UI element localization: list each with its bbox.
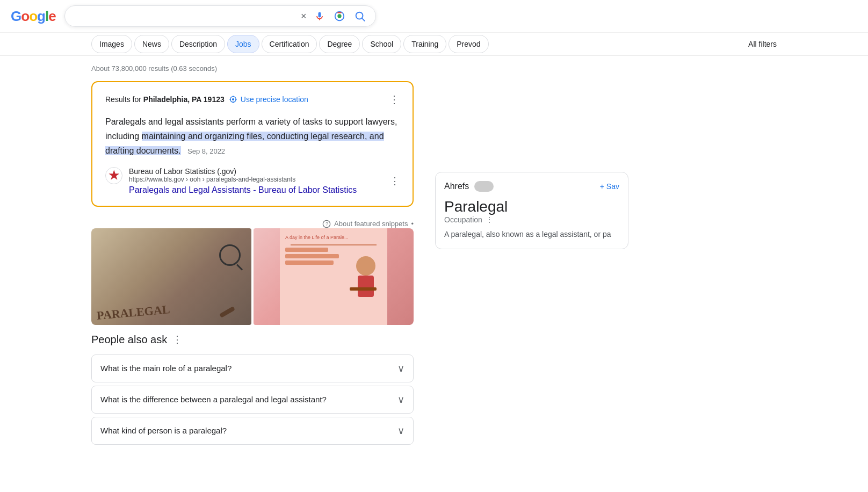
svg-rect-19 [358, 276, 374, 297]
tab-prevod[interactable]: Prevod [449, 35, 488, 53]
book-text-overlay: PARALEGAL [96, 302, 170, 323]
paa-chevron-2-icon: ∨ [397, 394, 404, 406]
all-filters-button[interactable]: All filters [748, 40, 777, 48]
snippet-text: Paralegals and legal assistants perform … [105, 114, 400, 158]
header: Google paralegal × [0, 0, 868, 33]
image-search-button[interactable] [332, 9, 346, 23]
source-more-options[interactable]: ⋮ [390, 175, 400, 187]
microphone-icon [314, 11, 325, 21]
magnify-icon [219, 244, 241, 266]
paa-question-2[interactable]: What is the difference between a paraleg… [91, 386, 414, 414]
source-name: Bureau of Labor Statistics (.gov) [129, 167, 384, 176]
precise-location-label: Use precise location [241, 95, 308, 104]
right-column: Ahrefs + Sav Paralegal Occupation ⋮ A pa… [435, 64, 628, 448]
ahrefs-panel: Ahrefs + Sav Paralegal Occupation ⋮ A pa… [435, 172, 628, 249]
search-icon [354, 10, 366, 22]
source-url: https://www.bls.gov › ooh › paralegals-a… [129, 176, 384, 183]
ahrefs-toggle[interactable] [474, 181, 494, 192]
results-for-label: Results for Philadelphia, PA 19123 [105, 95, 225, 104]
main-area: About 73,800,000 results (0.63 seconds) … [0, 56, 868, 448]
search-submit-button[interactable] [353, 9, 367, 23]
paa-question-3[interactable]: What kind of person is a paralegal? ∨ [91, 417, 414, 445]
paa-question-1[interactable]: What is the main role of a paralegal? ∨ [91, 354, 414, 382]
precise-location-button[interactable]: Use precise location [229, 95, 308, 104]
paa-question-2-text: What is the difference between a paraleg… [100, 395, 327, 404]
help-icon: ? [322, 220, 331, 228]
images-row: PARALEGAL A day in the Life of a Parale.… [91, 228, 414, 325]
search-bar-icons: × [301, 9, 367, 23]
tab-certification[interactable]: Certification [262, 35, 317, 53]
svg-text:A day in the Life of a Parale.: A day in the Life of a Parale... [285, 235, 349, 240]
left-column: About 73,800,000 results (0.63 seconds) … [91, 64, 414, 448]
results-count: About 73,800,000 results (0.63 seconds) [91, 64, 414, 73]
paa-question-1-text: What is the main role of a paralegal? [100, 364, 232, 373]
tab-degree[interactable]: Degree [319, 35, 360, 53]
people-also-ask-section: People also ask ⋮ What is the main role … [91, 334, 414, 445]
about-snippets: ? About featured snippets • [91, 220, 414, 228]
tab-jobs[interactable]: Jobs [227, 35, 259, 53]
svg-rect-16 [285, 254, 339, 258]
svg-point-18 [356, 256, 375, 276]
person-illustration: A day in the Life of a Parale... [254, 228, 414, 325]
ahrefs-save-button[interactable]: + Sav [600, 182, 619, 191]
search-bar: paralegal × [64, 5, 376, 27]
featured-snippet-box: Results for Philadelphia, PA 19123 Use p… [91, 81, 414, 207]
svg-point-5 [232, 98, 234, 100]
paa-title: People also ask [91, 334, 167, 346]
ahrefs-title: Ahrefs [444, 182, 469, 191]
svg-rect-15 [285, 248, 328, 252]
tab-news[interactable]: News [134, 35, 169, 53]
paralegal-illustration-image[interactable]: A day in the Life of a Parale... [254, 228, 414, 325]
tab-training[interactable]: Training [403, 35, 446, 53]
ahrefs-header: Ahrefs + Sav [444, 181, 619, 192]
about-featured-text[interactable]: About featured snippets [334, 220, 408, 228]
snippet-text-highlight: maintaining and organizing files, conduc… [105, 132, 384, 155]
svg-rect-17 [285, 261, 334, 265]
clear-button[interactable]: × [301, 11, 307, 22]
svg-rect-14 [291, 244, 377, 245]
svg-point-1 [337, 14, 341, 18]
google-logo[interactable]: Google [11, 8, 56, 25]
more-options-button[interactable]: ⋮ [389, 93, 400, 106]
paa-more-options[interactable]: ⋮ [172, 334, 182, 345]
tab-school[interactable]: School [362, 35, 401, 53]
tab-images[interactable]: Images [91, 35, 132, 53]
gavel-icon [219, 306, 235, 318]
bls-logo: ★ [105, 167, 122, 184]
source-info: Bureau of Labor Statistics (.gov) https:… [129, 167, 384, 195]
paralegal-book-image[interactable]: PARALEGAL [91, 228, 251, 325]
tab-description[interactable]: Description [171, 35, 225, 53]
tabs-row: Images News Description Jobs Certificati… [0, 33, 868, 56]
svg-rect-20 [350, 287, 377, 291]
svg-text:?: ? [326, 221, 328, 227]
location-value: Philadelphia, PA 19123 [143, 95, 225, 104]
location-icon [229, 95, 237, 104]
snippet-date: Sep 8, 2022 [187, 147, 225, 155]
camera-icon [334, 10, 345, 22]
knowledge-panel-title: Paralegal [444, 198, 619, 215]
about-featured-dot: • [411, 220, 414, 228]
knowledge-more-options[interactable]: ⋮ [486, 215, 493, 224]
bls-star-icon: ★ [108, 169, 119, 183]
knowledge-description: A paralegal, also known as a legal assis… [444, 228, 619, 240]
source-link[interactable]: Paralegals and Legal Assistants - Bureau… [129, 185, 384, 195]
search-input[interactable]: paralegal [74, 11, 295, 21]
paa-question-3-text: What kind of person is a paralegal? [100, 426, 227, 435]
paa-chevron-3-icon: ∨ [397, 425, 404, 437]
paa-chevron-1-icon: ∨ [397, 363, 404, 374]
location-bar: Results for Philadelphia, PA 19123 Use p… [105, 93, 400, 106]
paa-header: People also ask ⋮ [91, 334, 414, 346]
knowledge-panel-subtitle: Occupation ⋮ [444, 215, 619, 224]
voice-search-button[interactable] [313, 10, 326, 23]
svg-point-2 [356, 12, 363, 19]
svg-line-3 [362, 18, 365, 21]
source-row: ★ Bureau of Labor Statistics (.gov) http… [105, 167, 400, 195]
